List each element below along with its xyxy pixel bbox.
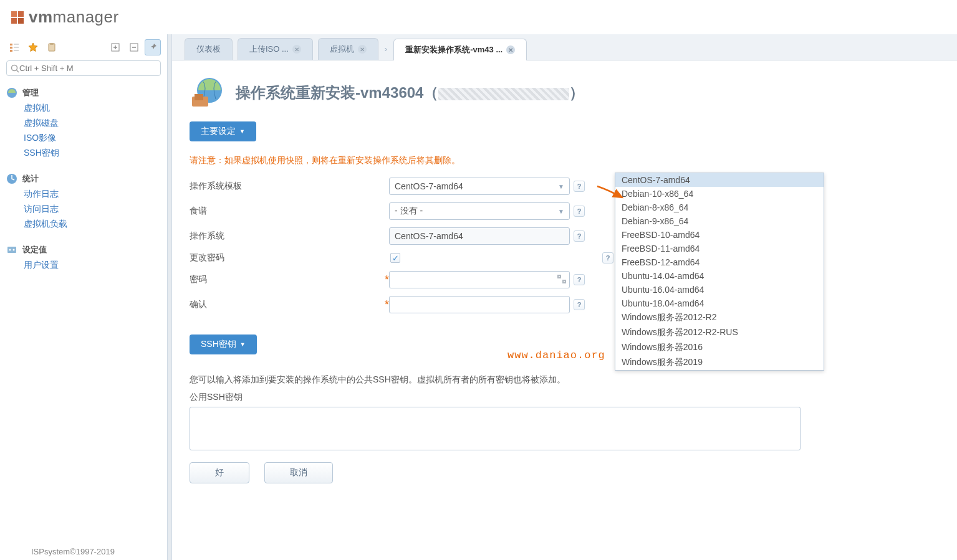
ssh-key-textarea[interactable] [190,407,801,450]
page-title: 操作系统重新安装-vm43604（） [236,83,584,103]
help-icon[interactable]: ? [574,230,585,242]
nav-item[interactable]: 用户设置 [24,258,161,273]
sidebar-resize-handle[interactable] [167,34,172,560]
clipboard-icon[interactable] [44,39,60,55]
pin-icon[interactable] [145,39,161,55]
svg-point-22 [9,249,11,251]
os-template-label: 操作系统模板 [190,181,389,192]
dropdown-option[interactable]: Debian-9-x86_64 [615,214,824,228]
tab[interactable]: 仪表板 [185,38,233,60]
tab-label: 虚拟机 [330,44,354,55]
sidebar-search[interactable] [6,60,161,76]
nav-item[interactable]: 动作日志 [24,187,161,202]
nav-section-head[interactable]: 统计 [6,171,161,187]
close-icon[interactable]: ✕ [506,45,515,54]
dropdown-option[interactable]: Debian-10-x86_64 [615,187,824,201]
close-icon[interactable]: ✕ [358,45,367,54]
logo-text: vmmanager [29,7,119,27]
nav-item[interactable]: 虚拟机负载 [24,217,161,232]
warning-text: 请注意：如果虚拟机使用快照，则将在重新安装操作系统后将其删除。 [190,155,940,166]
os-template-dropdown[interactable]: CentOS-7-amd64Debian-10-x86_64Debian-8-x… [615,173,824,371]
nav-item[interactable]: 虚拟机 [24,101,161,116]
svg-rect-5 [10,47,12,49]
ssh-note: 您可以输入将添加到要安装的操作系统中的公共SSH密钥。虚拟机所有者的所有密钥也将… [190,374,940,386]
star-icon[interactable] [25,39,41,55]
watermark: www.daniao.org [507,349,605,361]
app-logo: vmmanager [0,0,957,34]
dropdown-option[interactable]: FreeBSD-12-amd64 [615,255,824,269]
help-icon[interactable]: ? [574,181,585,192]
tab-label: 仪表板 [196,44,221,55]
globe-reinstall-icon [190,75,224,110]
dropdown-option[interactable]: Ubuntu-18.04-amd64 [615,297,824,310]
dropdown-option[interactable]: FreeBSD-10-amd64 [615,228,824,242]
section-main-settings[interactable]: 主要设定▼ [190,121,256,141]
dropdown-option[interactable]: Debian-8-x86_64 [615,201,824,214]
svg-rect-11 [50,43,54,45]
nav-item[interactable]: SSH密钥 [24,146,161,161]
recipe-select[interactable]: - 没有 -▼ [389,202,570,220]
tab-label: 重新安装操作系统-vm43 ... [405,44,503,55]
dropdown-option[interactable]: Windows服务器2016 [615,340,824,355]
tree-icon[interactable] [6,39,22,55]
svg-point-30 [564,281,565,282]
sidebar: 管理虚拟机虚拟磁盘ISO影像SSH密钥统计动作日志访问日志虚拟机负载设定值用户设… [0,34,167,560]
confirm-label: 确认* [190,298,389,311]
svg-rect-0 [11,11,17,17]
nav-item[interactable]: 虚拟磁盘 [24,116,161,131]
svg-point-29 [559,276,560,277]
password-label: 密码* [190,273,389,287]
confirm-field[interactable] [389,296,570,313]
svg-rect-21 [7,247,16,253]
expand-icon[interactable] [107,39,123,55]
tabs: 仪表板上传ISO ...✕虚拟机✕›重新安装操作系统-vm43 ...✕ [172,34,957,60]
help-icon[interactable]: ? [574,274,585,285]
dropdown-option[interactable]: Windows服务器2019 [615,355,824,370]
nav-item[interactable]: ISO影像 [24,131,161,146]
dropdown-option[interactable]: Ubuntu-14.04-amd64 [615,269,824,283]
help-icon[interactable]: ? [574,206,585,217]
ssh-key-label: 公用SSH密钥 [190,392,940,403]
search-icon [11,64,19,73]
help-icon[interactable]: ? [602,252,613,263]
nav-item[interactable]: 访问日志 [24,202,161,217]
close-icon[interactable]: ✕ [292,45,301,54]
tab-label: 上传ISO ... [249,44,289,55]
dropdown-option[interactable]: Ubuntu-16.04-amd64 [615,283,824,297]
dropdown-option[interactable]: Windows服务器2012-R2 [615,310,824,325]
password-field[interactable] [389,271,570,288]
chevron-down-icon: ▼ [558,183,564,190]
os-label: 操作系统 [190,230,389,242]
dropdown-option[interactable]: Windows服务器2012-R2-RUS [615,325,824,340]
dropdown-option[interactable]: CentOS-7-amd64 [615,173,824,187]
page-header: 操作系统重新安装-vm43604（） [190,75,940,110]
svg-point-17 [12,65,17,70]
tab[interactable]: 上传ISO ...✕ [238,38,313,60]
tab[interactable]: 虚拟机✕ [318,38,378,60]
ok-button[interactable]: 好 [190,462,249,483]
nav-section-head[interactable]: 设定值 [6,242,161,258]
tab[interactable]: 重新安装操作系统-vm43 ...✕ [393,39,527,60]
recipe-label: 食谱 [190,206,389,217]
os-template-select[interactable]: CentOS-7-amd64▼ [389,178,570,195]
nav-section-head[interactable]: 管理 [6,85,161,101]
search-input[interactable] [19,64,156,73]
svg-rect-26 [195,94,203,100]
collapse-icon[interactable] [126,39,142,55]
chevron-down-icon: ▼ [558,208,564,215]
generate-password-icon[interactable] [557,274,567,284]
os-field [389,227,570,245]
nav: 管理虚拟机虚拟磁盘ISO影像SSH密钥统计动作日志访问日志虚拟机负载设定值用户设… [6,85,161,273]
sidebar-toolbar [6,39,161,55]
chevron-down-icon: ▼ [240,341,246,348]
logo-icon [10,10,25,25]
help-icon[interactable]: ? [574,299,585,310]
change-password-checkbox[interactable]: ✓ [390,253,400,263]
section-ssh[interactable]: SSH密钥▼ [190,335,257,354]
content: 操作系统重新安装-vm43604（） 主要设定▼ 请注意：如果虚拟机使用快照，则… [172,60,957,560]
form: 操作系统模板 CentOS-7-amd64▼ ? 食谱 - 没有 -▼ ? 操作… [190,178,613,313]
cancel-button[interactable]: 取消 [264,462,333,483]
svg-rect-6 [10,50,12,52]
chevron-down-icon: ▼ [239,128,245,135]
dropdown-option[interactable]: FreeBSD-11-amd64 [615,242,824,255]
